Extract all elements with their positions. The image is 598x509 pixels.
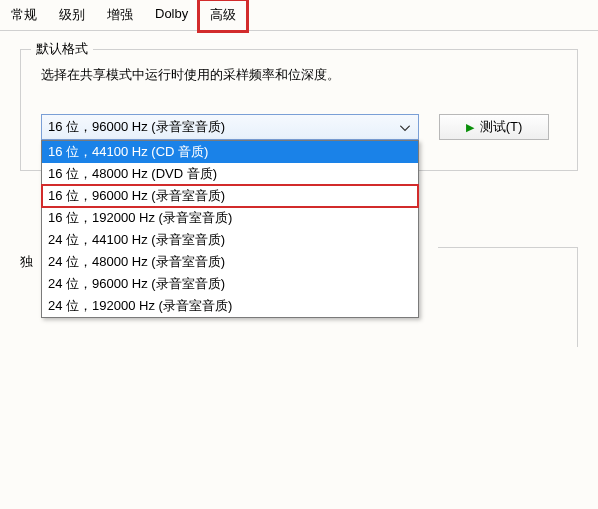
option-16-44100[interactable]: 16 位，44100 Hz (CD 音质) [42,141,418,163]
format-combobox-value: 16 位，96000 Hz (录音室音质) [48,118,225,136]
format-combo-wrap: 16 位，96000 Hz (录音室音质) 16 位，44100 Hz (CD … [41,114,419,140]
instruction-text: 选择在共享模式中运行时使用的采样频率和位深度。 [41,66,557,84]
option-16-96000[interactable]: 16 位，96000 Hz (录音室音质) [42,185,418,207]
group-title-default-format: 默认格式 [31,40,93,58]
tab-dolby[interactable]: Dolby [144,0,199,30]
format-dropdown: 16 位，44100 Hz (CD 音质) 16 位，48000 Hz (DVD… [41,140,419,318]
tab-enhance[interactable]: 增强 [96,0,144,30]
format-select-row: 16 位，96000 Hz (录音室音质) 16 位，44100 Hz (CD … [41,114,557,140]
default-format-group: 默认格式 选择在共享模式中运行时使用的采样频率和位深度。 16 位，96000 … [20,49,578,171]
option-24-96000[interactable]: 24 位，96000 Hz (录音室音质) [42,273,418,295]
tab-content: 默认格式 选择在共享模式中运行时使用的采样频率和位深度。 16 位，96000 … [0,31,598,509]
partial-group-label: 独 [20,253,33,271]
tab-level[interactable]: 级别 [48,0,96,30]
play-icon: ▶ [466,121,474,134]
partial-group-border-right [438,247,578,347]
option-16-192000[interactable]: 16 位，192000 Hz (录音室音质) [42,207,418,229]
option-24-48000[interactable]: 24 位，48000 Hz (录音室音质) [42,251,418,273]
tab-advanced[interactable]: 高级 [199,0,247,31]
test-button[interactable]: ▶ 测试(T) [439,114,549,140]
option-16-48000[interactable]: 16 位，48000 Hz (DVD 音质) [42,163,418,185]
format-combobox[interactable]: 16 位，96000 Hz (录音室音质) [41,114,419,140]
chevron-down-icon [400,120,410,135]
tab-bar: 常规 级别 增强 Dolby 高级 [0,0,598,31]
option-24-192000[interactable]: 24 位，192000 Hz (录音室音质) [42,295,418,317]
tab-general[interactable]: 常规 [0,0,48,30]
test-button-label: 测试(T) [480,118,523,136]
option-24-44100[interactable]: 24 位，44100 Hz (录音室音质) [42,229,418,251]
